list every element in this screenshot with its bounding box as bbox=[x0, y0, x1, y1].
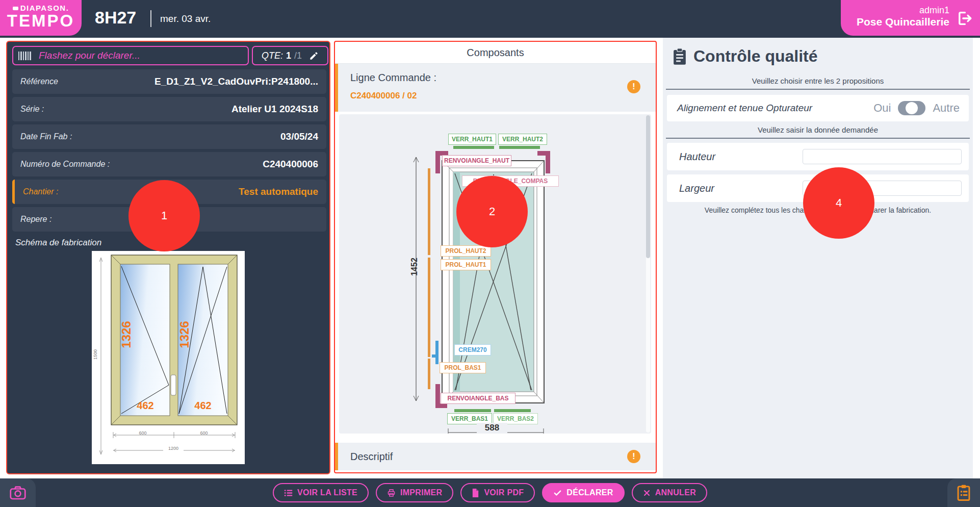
part-label-crem270: CREM270 bbox=[454, 344, 491, 356]
row-value: 03/05/24 bbox=[280, 124, 318, 149]
top-bar: DIAPASON. TEMPO 8H27 mer. 03 avr. admin1… bbox=[0, 0, 980, 38]
row-value: Test automatique bbox=[239, 180, 318, 204]
clock-time: 8H27 bbox=[95, 8, 136, 28]
schema-dim-bottom-total: 1200 bbox=[163, 446, 184, 451]
verr-bas1-bar bbox=[454, 409, 491, 412]
declarer-button[interactable]: DÉCLARER bbox=[542, 483, 624, 502]
schema-section-label: Schéma de fabrication bbox=[15, 238, 101, 248]
choose-hint: Veuillez choisir entre les 2 proposition… bbox=[663, 77, 973, 85]
button-label: ANNULER bbox=[655, 488, 696, 497]
composants-title: Composants bbox=[335, 42, 656, 64]
component-drawing: VERR_HAUT1 VERR_HAUT2 RENVOIANGLE_HAUT R… bbox=[339, 114, 651, 434]
schema-dim-left-width: 462 bbox=[130, 400, 161, 412]
warning-badge-icon: ! bbox=[627, 80, 640, 93]
button-label: IMPRIMER bbox=[400, 488, 442, 497]
divider bbox=[666, 89, 970, 90]
voir-la-liste-button[interactable]: VOIR LA LISTE bbox=[273, 483, 369, 502]
info-row-serie: Série : Atelier U1 2024S18 bbox=[12, 97, 326, 121]
controle-qualite-panel: Contrôle qualité Veuillez choisir entre … bbox=[663, 38, 973, 478]
row-label: Série : bbox=[20, 97, 44, 121]
clipboard-icon bbox=[672, 47, 687, 66]
toggle-option-autre[interactable]: Autre bbox=[933, 102, 960, 115]
question-row: Alignement et tenue Opturateur Oui Autre bbox=[667, 95, 969, 121]
part-label-renvoiangle-haut: RENVOIANGLE_HAUT bbox=[442, 155, 511, 166]
check-icon bbox=[553, 489, 562, 497]
verr-haut1-bar bbox=[453, 146, 494, 149]
divider bbox=[666, 138, 970, 139]
schema-dim-bottom-right: 600 bbox=[194, 430, 214, 436]
drawing-scrollbar-thumb[interactable] bbox=[646, 115, 650, 258]
info-row-reference: Référence E_D1_Z1_V2_CadOuvPri:P241800..… bbox=[12, 69, 326, 94]
field-label-hauteur: Hauteur bbox=[679, 143, 715, 170]
row-label: Repere : bbox=[20, 207, 51, 232]
annotation-circle-4: 4 bbox=[803, 167, 874, 239]
scan-input[interactable] bbox=[38, 49, 243, 62]
row-label: Numéro de Commande : bbox=[20, 152, 110, 176]
voir-pdf-button[interactable]: VOIR PDF bbox=[460, 483, 535, 502]
annotation-circle-1: 1 bbox=[128, 180, 200, 251]
drawing-dim-width: 588 bbox=[477, 423, 507, 433]
row-value: Atelier U1 2024S18 bbox=[231, 97, 318, 121]
fabrication-schema: 1500 1326 1326 462 462 600 600 1200 bbox=[92, 251, 245, 464]
oui-autre-toggle[interactable] bbox=[898, 101, 925, 115]
qty-box: QTE: 1 /1 bbox=[252, 46, 328, 65]
row-label: Date Fin Fab : bbox=[20, 124, 72, 149]
logo-mark-icon bbox=[13, 6, 18, 10]
question-label: Alignement et tenue Opturateur bbox=[677, 95, 812, 121]
drawing-scrollbar[interactable] bbox=[646, 115, 650, 433]
drawing-dim-height: 1452 bbox=[410, 249, 419, 285]
input-hint: Veuillez saisir la donnée demandée bbox=[663, 125, 973, 134]
imprimer-button[interactable]: IMPRIMER bbox=[376, 483, 453, 502]
info-row-numero-commande: Numéro de Commande : C240400006 bbox=[12, 152, 326, 176]
annotation-circle-2: 2 bbox=[456, 176, 528, 247]
x-icon bbox=[643, 489, 651, 497]
footer-buttons: VOIR LA LISTE IMPRIMER VOIR PDF DÉCLARER… bbox=[273, 483, 707, 502]
part-label-renvoiangle-bas: RENVOIANGLE_BAS bbox=[441, 393, 515, 404]
button-label: DÉCLARER bbox=[566, 488, 613, 497]
user-role: Pose Quincaillerie bbox=[857, 16, 949, 28]
row-value: C240400006 bbox=[263, 152, 318, 176]
field-label-largeur: Largeur bbox=[679, 174, 714, 202]
camera-icon bbox=[9, 484, 27, 502]
toggle-knob[interactable] bbox=[906, 102, 918, 114]
edit-qty-pencil-icon[interactable] bbox=[309, 51, 319, 61]
part-label-verr-haut1: VERR_HAUT1 bbox=[448, 134, 496, 145]
scan-box bbox=[12, 46, 249, 65]
ligne-commande-section[interactable]: Ligne Commande : C240400006 / 02 ! bbox=[335, 64, 656, 112]
ligne-commande-label: Ligne Commande : bbox=[350, 72, 436, 84]
button-label: VOIR LA LISTE bbox=[297, 488, 357, 497]
logout-icon[interactable] bbox=[956, 10, 973, 29]
user-block[interactable]: admin1 Pose Quincaillerie bbox=[841, 0, 980, 36]
qty-value: 1 bbox=[286, 50, 291, 61]
schema-dim-right-height: 1326 bbox=[177, 317, 192, 352]
verr-haut2-bar bbox=[499, 146, 540, 149]
list-icon bbox=[284, 489, 293, 497]
schema-dim-bottom-left: 600 bbox=[133, 430, 153, 436]
logo-main: TEMPO bbox=[0, 12, 82, 30]
descriptif-label: Descriptif bbox=[350, 451, 393, 463]
user-name: admin1 bbox=[857, 5, 949, 16]
declaration-panel: QTE: 1 /1 Référence E_D1_Z1_V2_CadOuvPri… bbox=[6, 41, 330, 474]
header-divider bbox=[150, 10, 151, 27]
schema-dim-side: 1500 bbox=[93, 347, 98, 362]
camera-button[interactable] bbox=[0, 478, 36, 507]
toggle-option-oui[interactable]: Oui bbox=[873, 102, 891, 115]
composants-panel: Composants Ligne Commande : C240400006 /… bbox=[334, 41, 657, 473]
part-label-prol-haut1: PROL_HAUT1 bbox=[441, 259, 491, 270]
row-label: Chantier : bbox=[23, 180, 58, 204]
part-label-prol-bas1: PROL_BAS1 bbox=[440, 362, 486, 373]
row-value: E_D1_Z1_V2_CadOuvPri:P241800... bbox=[154, 69, 318, 94]
row-label: Référence bbox=[20, 69, 58, 94]
annuler-button[interactable]: ANNULER bbox=[632, 483, 707, 502]
file-icon bbox=[472, 489, 479, 497]
checklist-button[interactable] bbox=[947, 478, 980, 507]
descriptif-section[interactable]: Descriptif ! bbox=[335, 443, 656, 470]
warning-badge-icon: ! bbox=[627, 450, 640, 463]
field-row-hauteur: Hauteur bbox=[667, 143, 969, 170]
right-scrollbar-track[interactable] bbox=[973, 38, 980, 478]
clipboard-list-icon bbox=[956, 484, 971, 501]
info-row-date-fin-fab: Date Fin Fab : 03/05/24 bbox=[12, 124, 326, 149]
hauteur-input[interactable] bbox=[803, 149, 962, 164]
bottom-bar: VOIR LA LISTE IMPRIMER VOIR PDF DÉCLARER… bbox=[0, 478, 980, 507]
part-label-verr-haut2: VERR_HAUT2 bbox=[498, 134, 547, 145]
